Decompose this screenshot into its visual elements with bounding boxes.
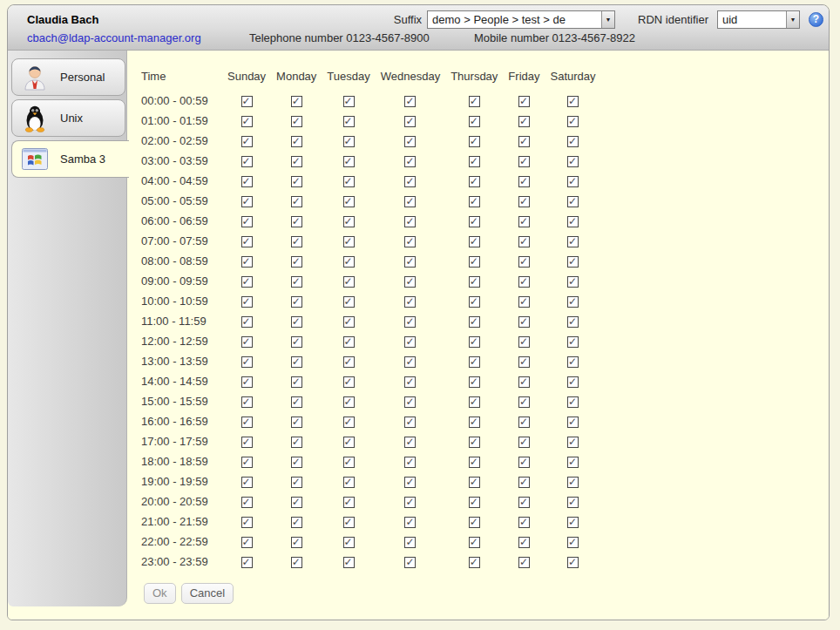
- hour-checkbox-monday[interactable]: [291, 216, 302, 227]
- hour-checkbox-saturday[interactable]: [567, 477, 579, 488]
- hour-checkbox-friday[interactable]: [518, 557, 530, 568]
- hour-checkbox-monday[interactable]: [291, 396, 302, 408]
- hour-checkbox-sunday[interactable]: [241, 96, 253, 107]
- hour-checkbox-thursday[interactable]: [469, 336, 480, 348]
- hour-checkbox-thursday[interactable]: [469, 296, 480, 308]
- hour-checkbox-friday[interactable]: [518, 296, 530, 308]
- cancel-button[interactable]: Cancel: [181, 583, 234, 604]
- hour-checkbox-wednesday[interactable]: [404, 96, 416, 107]
- hour-checkbox-friday[interactable]: [518, 156, 530, 167]
- hour-checkbox-friday[interactable]: [518, 457, 530, 468]
- hour-checkbox-friday[interactable]: [518, 196, 530, 207]
- hour-checkbox-friday[interactable]: [518, 96, 530, 107]
- hour-checkbox-thursday[interactable]: [469, 276, 480, 288]
- hour-checkbox-tuesday[interactable]: [343, 497, 355, 508]
- hour-checkbox-monday[interactable]: [291, 557, 302, 568]
- hour-checkbox-sunday[interactable]: [241, 376, 253, 388]
- hour-checkbox-sunday[interactable]: [241, 256, 253, 268]
- hour-checkbox-sunday[interactable]: [241, 437, 253, 448]
- hour-checkbox-thursday[interactable]: [469, 417, 480, 428]
- hour-checkbox-saturday[interactable]: [567, 196, 579, 207]
- hour-checkbox-sunday[interactable]: [241, 236, 253, 247]
- hour-checkbox-monday[interactable]: [291, 356, 302, 368]
- hour-checkbox-tuesday[interactable]: [343, 96, 355, 107]
- hour-checkbox-tuesday[interactable]: [343, 417, 355, 428]
- hour-checkbox-tuesday[interactable]: [343, 136, 355, 147]
- hour-checkbox-friday[interactable]: [518, 276, 530, 288]
- hour-checkbox-sunday[interactable]: [241, 537, 253, 548]
- hour-checkbox-wednesday[interactable]: [404, 136, 416, 147]
- hour-checkbox-tuesday[interactable]: [343, 256, 355, 268]
- hour-checkbox-friday[interactable]: [518, 396, 530, 408]
- hour-checkbox-saturday[interactable]: [567, 537, 579, 548]
- tab-samba3[interactable]: Samba 3: [11, 140, 129, 178]
- hour-checkbox-thursday[interactable]: [469, 557, 480, 568]
- hour-checkbox-tuesday[interactable]: [343, 396, 355, 408]
- hour-checkbox-thursday[interactable]: [469, 517, 480, 528]
- hour-checkbox-monday[interactable]: [291, 236, 302, 247]
- hour-checkbox-friday[interactable]: [518, 417, 530, 428]
- hour-checkbox-friday[interactable]: [518, 437, 530, 448]
- hour-checkbox-monday[interactable]: [291, 517, 302, 528]
- hour-checkbox-thursday[interactable]: [469, 457, 480, 468]
- hour-checkbox-friday[interactable]: [518, 477, 530, 488]
- hour-checkbox-sunday[interactable]: [241, 457, 253, 468]
- hour-checkbox-tuesday[interactable]: [343, 296, 355, 308]
- hour-checkbox-sunday[interactable]: [241, 417, 253, 428]
- hour-checkbox-wednesday[interactable]: [404, 176, 416, 187]
- hour-checkbox-wednesday[interactable]: [404, 196, 416, 207]
- hour-checkbox-thursday[interactable]: [469, 236, 480, 247]
- help-icon[interactable]: ?: [809, 12, 823, 27]
- hour-checkbox-thursday[interactable]: [469, 477, 480, 488]
- hour-checkbox-sunday[interactable]: [241, 517, 253, 528]
- hour-checkbox-saturday[interactable]: [567, 376, 579, 388]
- hour-checkbox-saturday[interactable]: [567, 396, 579, 408]
- hour-checkbox-monday[interactable]: [291, 256, 302, 268]
- hour-checkbox-friday[interactable]: [518, 216, 530, 227]
- hour-checkbox-wednesday[interactable]: [404, 296, 416, 308]
- hour-checkbox-saturday[interactable]: [567, 136, 579, 147]
- hour-checkbox-sunday[interactable]: [241, 356, 253, 368]
- ok-button[interactable]: Ok: [144, 583, 176, 604]
- hour-checkbox-tuesday[interactable]: [343, 437, 355, 448]
- hour-checkbox-tuesday[interactable]: [343, 276, 355, 288]
- hour-checkbox-wednesday[interactable]: [404, 356, 416, 368]
- hour-checkbox-thursday[interactable]: [469, 537, 480, 548]
- hour-checkbox-wednesday[interactable]: [404, 437, 416, 448]
- hour-checkbox-sunday[interactable]: [241, 116, 253, 127]
- hour-checkbox-friday[interactable]: [518, 316, 530, 328]
- hour-checkbox-wednesday[interactable]: [404, 477, 416, 488]
- hour-checkbox-wednesday[interactable]: [404, 236, 416, 247]
- hour-checkbox-monday[interactable]: [291, 417, 302, 428]
- hour-checkbox-saturday[interactable]: [567, 356, 579, 368]
- tab-personal[interactable]: Personal: [11, 58, 125, 96]
- hour-checkbox-sunday[interactable]: [241, 396, 253, 408]
- hour-checkbox-monday[interactable]: [291, 96, 302, 107]
- hour-checkbox-wednesday[interactable]: [404, 557, 416, 568]
- hour-checkbox-saturday[interactable]: [567, 457, 579, 468]
- hour-checkbox-tuesday[interactable]: [343, 336, 355, 348]
- hour-checkbox-thursday[interactable]: [469, 497, 480, 508]
- hour-checkbox-saturday[interactable]: [567, 236, 579, 247]
- suffix-select[interactable]: demo > People > test > de ▼: [427, 10, 615, 29]
- hour-checkbox-tuesday[interactable]: [343, 477, 355, 488]
- tab-unix[interactable]: Unix: [11, 99, 125, 137]
- hour-checkbox-sunday[interactable]: [241, 316, 253, 328]
- hour-checkbox-wednesday[interactable]: [404, 396, 416, 408]
- hour-checkbox-monday[interactable]: [291, 196, 302, 207]
- hour-checkbox-friday[interactable]: [518, 356, 530, 368]
- hour-checkbox-tuesday[interactable]: [343, 116, 355, 127]
- hour-checkbox-wednesday[interactable]: [404, 256, 416, 268]
- hour-checkbox-saturday[interactable]: [567, 316, 579, 328]
- hour-checkbox-sunday[interactable]: [241, 276, 253, 288]
- hour-checkbox-monday[interactable]: [291, 457, 302, 468]
- hour-checkbox-thursday[interactable]: [469, 216, 480, 227]
- hour-checkbox-wednesday[interactable]: [404, 417, 416, 428]
- hour-checkbox-tuesday[interactable]: [343, 356, 355, 368]
- hour-checkbox-saturday[interactable]: [567, 96, 579, 107]
- hour-checkbox-saturday[interactable]: [567, 176, 579, 187]
- hour-checkbox-thursday[interactable]: [469, 356, 480, 368]
- hour-checkbox-thursday[interactable]: [469, 116, 480, 127]
- hour-checkbox-thursday[interactable]: [469, 316, 480, 328]
- hour-checkbox-thursday[interactable]: [469, 396, 480, 408]
